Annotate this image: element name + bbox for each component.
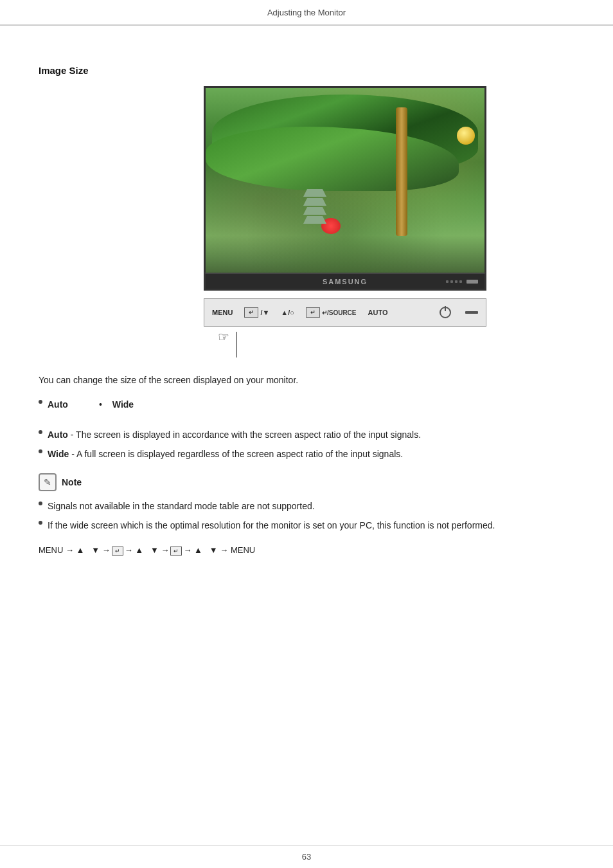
pagoda-decoration (302, 189, 328, 228)
enter-box-1: ↵ (112, 547, 123, 556)
yellow-ball-decoration (457, 127, 475, 145)
note-list: Signals not available in the standard mo… (39, 499, 574, 533)
note-section: ✎ Note (39, 473, 574, 491)
bullet-dot-auto (39, 400, 42, 404)
pagoda-tier-3 (302, 207, 328, 215)
content-area: Image Size SAMSUNG (0, 52, 613, 597)
note-text-2: If the wide screen which is the optimal … (48, 518, 495, 532)
detail-item-wide: Wide - A full screen is displayed regard… (39, 447, 574, 461)
monitor-screen (204, 86, 486, 273)
cursor-blink (236, 332, 237, 357)
enter-icon: ↵ (244, 307, 258, 318)
note-icon: ✎ (39, 473, 57, 491)
nav-path: MENU → ▲ ▼ →↵→ ▲ ▼ →↵→ ▲ ▼ → MENU (39, 543, 574, 557)
detail-wide-text: Wide - A full screen is displayed regard… (48, 447, 403, 461)
option-wide-bullet: • (99, 397, 102, 411)
option-auto-label: Auto (48, 397, 68, 411)
bullet-dot-detail-wide (39, 449, 42, 453)
pagoda-tier-4 (302, 216, 328, 224)
source-icon: ↵ (306, 307, 320, 318)
minus-icon (465, 311, 478, 314)
brand-text: SAMSUNG (323, 278, 368, 285)
page-footer: 63 (0, 845, 613, 868)
base-dot-4 (459, 280, 462, 283)
options-list: Auto • Wide (39, 397, 574, 411)
note-bullet-1 (39, 502, 42, 505)
note-bullet-2 (39, 521, 42, 525)
page-header: Adjusting the Monitor (0, 0, 613, 25)
tree-trunk-decoration (396, 107, 407, 236)
hand-cursor-icon: ☞ (218, 329, 229, 357)
header-title: Adjusting the Monitor (267, 8, 346, 17)
auto-control: AUTO (368, 309, 388, 316)
description-text: You can change the size of the screen di… (39, 373, 574, 387)
control-bar: MENU ↵ /▼ ▲/○ ↵ ↵/SOURCE AUTO (204, 298, 486, 327)
auto-label: AUTO (368, 309, 388, 316)
enter-down-control: ↵ /▼ (244, 307, 269, 318)
enter-box-2: ↵ (170, 547, 182, 556)
power-icon (440, 307, 451, 318)
hand-cursor-area: ☞ (204, 329, 486, 357)
base-dot-2 (450, 280, 453, 283)
pagoda-tier-1 (302, 189, 328, 197)
note-text-1: Signals not available in the standard mo… (48, 499, 315, 513)
page-container: Adjusting the Monitor Image Size (0, 0, 613, 868)
pagoda-tier-2 (302, 198, 328, 206)
page-number: 63 (302, 852, 311, 862)
option-wide-label: Wide (112, 397, 134, 411)
note-item-2: If the wide screen which is the optimal … (39, 518, 574, 532)
base-dot-1 (446, 280, 449, 283)
detail-auto-text: Auto - The screen is displayed in accord… (48, 428, 421, 442)
top-divider (0, 24, 613, 26)
up-circle-control: ▲/○ (281, 309, 294, 316)
detail-item-auto: Auto - The screen is displayed in accord… (39, 428, 574, 442)
monitor-base: SAMSUNG (204, 273, 486, 291)
base-dot-3 (455, 280, 458, 283)
monitor-image-section: SAMSUNG MENU ↵ /▼ ▲/ (116, 86, 574, 357)
enter-sep: /▼ (260, 309, 269, 316)
source-label: ↵/SOURCE (322, 309, 357, 316)
menu-control: MENU (212, 309, 233, 316)
base-bar (466, 280, 478, 284)
detail-list: Auto - The screen is displayed in accord… (39, 428, 574, 462)
source-control: ↵ ↵/SOURCE (306, 307, 357, 318)
note-label: Note (62, 477, 82, 487)
section-title: Image Size (39, 65, 574, 76)
bullet-dot-detail-auto (39, 430, 42, 434)
note-item-1: Signals not available in the standard mo… (39, 499, 574, 513)
up-label: ▲/○ (281, 309, 294, 316)
base-controls (446, 280, 478, 284)
menu-label: MENU (212, 309, 233, 316)
options-row-item: Auto • Wide (39, 397, 574, 411)
